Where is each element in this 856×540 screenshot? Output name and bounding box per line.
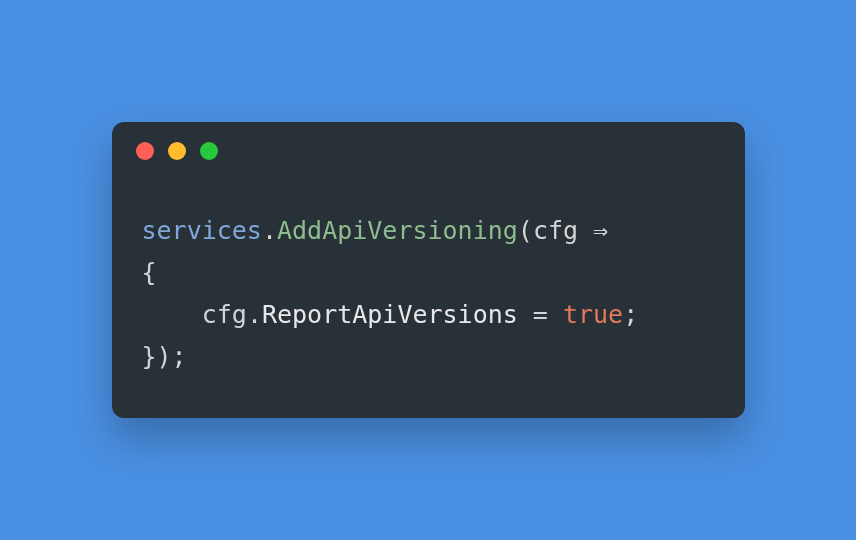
zoom-icon[interactable] (200, 142, 218, 160)
arrow-icon: ⇒ (593, 216, 608, 245)
code-token-dot: . (247, 300, 262, 329)
code-window: services.AddApiVersioning(cfg ⇒ { cfg.Re… (112, 122, 745, 418)
code-token-brace: { (142, 258, 157, 287)
code-token-dot: . (262, 216, 277, 245)
code-content: services.AddApiVersioning(cfg ⇒ { cfg.Re… (142, 210, 715, 378)
window-titlebar (112, 122, 745, 160)
code-block: services.AddApiVersioning(cfg ⇒ { cfg.Re… (112, 160, 745, 418)
code-token-paren: ( (518, 216, 533, 245)
code-token-semicolon: ; (623, 300, 638, 329)
code-token-property: ReportApiVersions (262, 300, 518, 329)
code-token-param: cfg (202, 300, 247, 329)
code-indent (142, 300, 202, 329)
code-token-method: AddApiVersioning (277, 216, 518, 245)
code-token-variable: services (142, 216, 262, 245)
code-token-param: cfg (533, 216, 593, 245)
code-token-close: }); (142, 342, 187, 371)
code-token-keyword: true (563, 300, 623, 329)
minimize-icon[interactable] (168, 142, 186, 160)
code-token-assign: = (518, 300, 563, 329)
close-icon[interactable] (136, 142, 154, 160)
